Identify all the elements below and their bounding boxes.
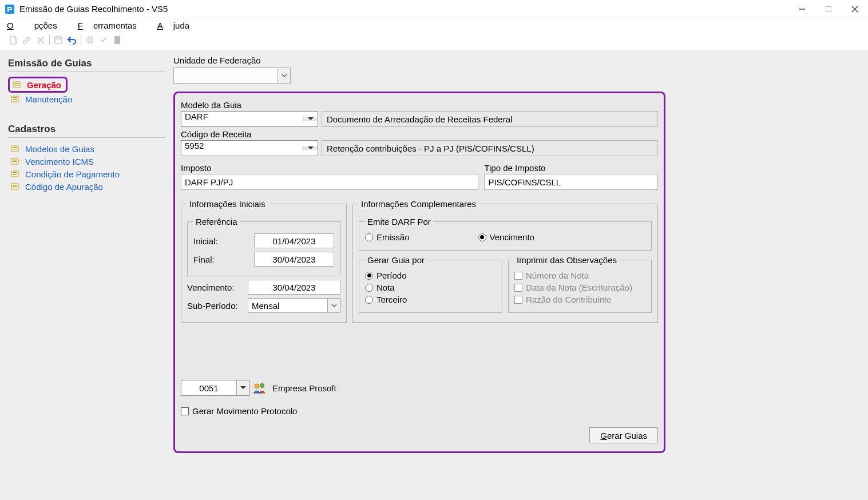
undo-icon[interactable] bbox=[66, 34, 78, 46]
chevron-down-icon[interactable] bbox=[236, 380, 249, 395]
gerar-guias-button[interactable]: Gerar Guias bbox=[589, 427, 658, 443]
radio-periodo[interactable]: Período bbox=[365, 271, 496, 280]
modelo-label: Modelo da Guia bbox=[181, 100, 658, 110]
radio-emissao[interactable]: Emissão bbox=[365, 232, 410, 242]
save-icon[interactable] bbox=[52, 34, 65, 46]
codigo-desc: Retenção contribuições - PJ a PJ (PIS/CO… bbox=[322, 140, 658, 156]
window-title: Emissão de Guias Recolhimento - VS5 bbox=[19, 4, 789, 14]
svg-rect-10 bbox=[88, 41, 92, 43]
modelo-value: DARF bbox=[181, 112, 303, 126]
fieldset-emite-darf: Emite DARF Por Emissão Vencimento bbox=[359, 217, 652, 251]
svg-rect-11 bbox=[114, 36, 120, 44]
company-name: Empresa Prosoft bbox=[270, 383, 658, 393]
svg-rect-26 bbox=[13, 174, 17, 175]
radio-label: Emissão bbox=[376, 232, 410, 242]
sidebar-item-manutencao[interactable]: Manutenção bbox=[8, 93, 165, 105]
company-code-combo[interactable]: 0051 bbox=[181, 380, 249, 396]
uf-label: Unidade de Federação bbox=[173, 55, 665, 65]
chevron-down-icon[interactable] bbox=[303, 146, 318, 150]
sidebar-section-cadastros: Cadastros bbox=[8, 124, 165, 135]
sidebar-item-geracao[interactable]: Geração bbox=[8, 77, 68, 93]
svg-point-31 bbox=[260, 384, 264, 388]
svg-rect-2 bbox=[826, 6, 831, 11]
company-lookup-icon[interactable] bbox=[252, 380, 268, 395]
check-data-nota[interactable]: Data da Nota (Escrituração) bbox=[514, 283, 645, 292]
form-icon bbox=[10, 181, 21, 192]
fieldset-observacoes: Imprimir das Observações Número da Nota … bbox=[508, 255, 652, 313]
subperiodo-select[interactable]: Mensal bbox=[248, 298, 340, 313]
chevron-down-icon[interactable] bbox=[327, 299, 340, 312]
tipo-imposto-label: Tipo de Imposto bbox=[484, 163, 658, 173]
form-icon bbox=[10, 94, 21, 104]
menu-ferramentas[interactable]: Ferramentas bbox=[78, 21, 147, 30]
menu-ajuda[interactable]: Ajuda bbox=[157, 21, 200, 30]
svg-rect-17 bbox=[13, 99, 17, 100]
obs-legend: Imprimir das Observações bbox=[514, 255, 619, 265]
radio-label: Nota bbox=[376, 283, 395, 292]
sidebar-divider bbox=[8, 72, 165, 72]
uf-value bbox=[174, 68, 278, 83]
check-numero-nota[interactable]: Número da Nota bbox=[514, 271, 645, 280]
check-label: Número da Nota bbox=[526, 271, 589, 280]
referencia-legend: Referência bbox=[193, 217, 240, 227]
radio-label: Período bbox=[376, 271, 407, 280]
maximize-button[interactable] bbox=[815, 0, 842, 18]
final-label: Final: bbox=[193, 255, 251, 264]
sidebar-item-label: Geração bbox=[27, 80, 61, 90]
codigo-combo[interactable]: 5952 bbox=[181, 140, 318, 156]
sidebar-item-label: Manutenção bbox=[25, 94, 73, 104]
document-icon[interactable] bbox=[111, 34, 124, 46]
check-gerar-movimento[interactable]: Gerar Movimento Protocolo bbox=[181, 406, 658, 416]
modelo-combo[interactable]: DARF bbox=[181, 111, 318, 127]
gerar-legend: Gerar Guia por bbox=[365, 255, 427, 265]
svg-rect-14 bbox=[14, 85, 19, 86]
vencimento-label: Vencimento: bbox=[187, 283, 244, 292]
delete-icon[interactable] bbox=[34, 34, 47, 46]
uf-select[interactable] bbox=[173, 68, 291, 84]
print-icon[interactable] bbox=[84, 34, 96, 46]
radio-terceiro[interactable]: Terceiro bbox=[365, 295, 496, 304]
edit-icon[interactable] bbox=[21, 34, 33, 46]
svg-rect-22 bbox=[13, 160, 17, 161]
app-icon bbox=[5, 4, 15, 14]
check-label: Gerar Movimento Protocolo bbox=[192, 406, 297, 416]
minimize-button[interactable] bbox=[789, 0, 815, 18]
sidebar: Emissão de Guias Geração Manutenção Cada… bbox=[8, 55, 165, 497]
vencimento-input[interactable]: 30/04/2023 bbox=[248, 280, 340, 295]
radio-vencimento[interactable]: Vencimento bbox=[478, 232, 534, 242]
inicial-label: Inicial: bbox=[193, 236, 251, 246]
modelo-desc: Documento de Arrecadação de Receitas Fed… bbox=[322, 111, 658, 127]
svg-rect-13 bbox=[14, 83, 19, 84]
form-icon bbox=[10, 156, 21, 166]
inicial-input[interactable]: 01/04/2023 bbox=[254, 233, 334, 248]
fieldset-iniciais: Informações Iniciais Referência Inicial:… bbox=[181, 199, 347, 323]
toolbar bbox=[0, 33, 868, 50]
radio-label: Vencimento bbox=[490, 232, 534, 242]
svg-rect-20 bbox=[13, 149, 17, 150]
chevron-down-icon[interactable] bbox=[278, 68, 290, 83]
svg-rect-19 bbox=[13, 147, 17, 148]
sidebar-divider bbox=[8, 137, 165, 138]
new-icon[interactable] bbox=[7, 34, 19, 46]
radio-nota[interactable]: Nota bbox=[365, 283, 496, 292]
chevron-down-icon[interactable] bbox=[303, 117, 318, 121]
svg-rect-23 bbox=[13, 161, 17, 162]
sidebar-item-codigo-apuracao[interactable]: Código de Apuração bbox=[8, 180, 165, 193]
close-button[interactable] bbox=[842, 0, 868, 18]
subperiodo-label: Sub-Período: bbox=[187, 301, 244, 311]
complementares-legend: Informações Complementares bbox=[359, 199, 478, 209]
check-razao[interactable]: Razão do Contribuinte bbox=[514, 295, 645, 304]
menu-opcoes[interactable]: Opções bbox=[7, 21, 68, 30]
main-content: Unidade de Federação Modelo da Guia DARF… bbox=[173, 55, 665, 497]
fieldset-complementares: Informações Complementares Emite DARF Po… bbox=[352, 199, 658, 323]
tipo-imposto-value: PIS/COFINS/CSLL bbox=[484, 174, 658, 190]
sidebar-item-modelos[interactable]: Modelos de Guias bbox=[8, 142, 165, 155]
iniciais-legend: Informações Iniciais bbox=[187, 199, 268, 209]
sidebar-item-condicao-pagamento[interactable]: Condição de Pagamento bbox=[8, 168, 165, 180]
check-label: Razão do Contribuinte bbox=[526, 295, 611, 304]
confirm-icon[interactable] bbox=[97, 34, 110, 46]
sidebar-item-vencimento-icms[interactable]: Vencimento ICMS bbox=[8, 155, 165, 168]
final-input[interactable]: 30/04/2023 bbox=[254, 252, 334, 267]
sidebar-item-label: Vencimento ICMS bbox=[25, 157, 94, 166]
codigo-label: Código de Receita bbox=[181, 129, 658, 139]
